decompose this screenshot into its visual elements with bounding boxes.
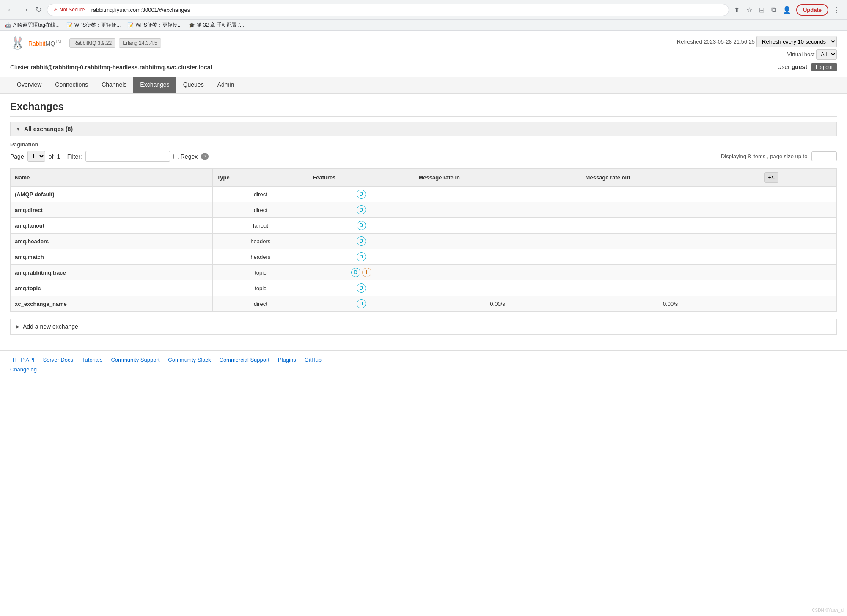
bookmark-1[interactable]: 🤖 AI绘画咒语tag在线...	[5, 22, 60, 29]
nav-exchanges[interactable]: Exchanges	[133, 77, 176, 94]
footer-changelog[interactable]: Changelog	[10, 366, 37, 373]
cell-type: headers	[213, 234, 308, 249]
nav-queues[interactable]: Queues	[176, 77, 211, 94]
table-row: amq.directdirectD	[11, 202, 837, 218]
split-view-button[interactable]: ⧉	[770, 4, 778, 15]
profile-button[interactable]: 👤	[781, 4, 793, 16]
cell-rate-in	[414, 249, 581, 265]
bookmark-2[interactable]: 📝 WPS便签：更轻便...	[66, 22, 121, 29]
cell-rate-out	[581, 234, 760, 249]
bookmark-4[interactable]: 🎓 第 32 章 手动配置 /...	[189, 22, 244, 29]
feature-badge-d: D	[351, 268, 360, 277]
exchange-name-link[interactable]: amq.match	[15, 254, 44, 260]
exchange-name-link[interactable]: amq.rabbitmq.trace	[15, 270, 66, 276]
feature-badge-d: D	[357, 221, 366, 230]
exchange-name-link[interactable]: amq.topic	[15, 285, 41, 292]
exchange-name-link[interactable]: amq.fanout	[15, 223, 44, 229]
page-label: Page	[10, 153, 24, 160]
footer-tutorials[interactable]: Tutorials	[82, 357, 102, 363]
footer-server-docs[interactable]: Server Docs	[43, 357, 74, 363]
table-row: amq.matchheadersD	[11, 249, 837, 265]
cell-features: DI	[308, 265, 414, 280]
logo-mq: MQ	[45, 40, 55, 47]
refresh-select[interactable]: Refresh every 5 secondsRefresh every 10 …	[756, 36, 837, 47]
table-row: amq.topictopicD	[11, 280, 837, 296]
nav-connections[interactable]: Connections	[48, 77, 95, 94]
cell-action	[760, 280, 836, 296]
cell-rate-in	[414, 265, 581, 280]
footer-community-slack[interactable]: Community Slack	[168, 357, 211, 363]
cell-features: D	[308, 234, 414, 249]
version-badges: RabbitMQ 3.9.22 Erlang 24.3.4.5	[69, 38, 161, 48]
logo-area: 🐰 RabbitMQTM	[10, 36, 61, 50]
exchange-name-link[interactable]: amq.headers	[15, 238, 49, 245]
table-header-row: Name Type Features Message rate in Messa…	[11, 169, 837, 187]
bookmark-3-icon: 📝	[127, 22, 134, 28]
reload-button[interactable]: ↻	[34, 3, 44, 16]
cell-rate-in: 0.00/s	[414, 296, 581, 312]
table-row: amq.fanoutfanoutD	[11, 218, 837, 234]
cell-rate-in	[414, 218, 581, 234]
rabbitmq-version-badge: RabbitMQ 3.9.22	[69, 38, 116, 48]
page-select[interactable]: 1	[28, 151, 45, 162]
nav-overview[interactable]: Overview	[10, 77, 48, 94]
filter-input[interactable]	[85, 151, 170, 162]
cell-action	[760, 234, 836, 249]
bookmark-3[interactable]: 📝 WPS便签：更轻便...	[127, 22, 182, 29]
exchange-name-link[interactable]: xc_exchange_name	[15, 301, 67, 307]
cell-rate-out	[581, 218, 760, 234]
cell-rate-out: 0.00/s	[581, 296, 760, 312]
share-button[interactable]: ⬆	[732, 4, 741, 16]
exchange-name-link[interactable]: amq.direct	[15, 207, 43, 213]
bookmark-button[interactable]: ☆	[745, 4, 754, 16]
cell-rate-out	[581, 187, 760, 202]
bookmarks-bar: 🤖 AI绘画咒语tag在线... 📝 WPS便签：更轻便... 📝 WPS便签：…	[0, 19, 847, 30]
virtual-host-select[interactable]: All	[816, 49, 837, 60]
regex-checkbox[interactable]	[173, 154, 179, 159]
cell-type: direct	[213, 202, 308, 218]
nav-admin[interactable]: Admin	[211, 77, 241, 94]
header-bottom: Cluster rabbit@rabbitmq-0.rabbitmq-headl…	[10, 63, 837, 72]
cell-rate-out	[581, 202, 760, 218]
cell-name: amq.fanout	[11, 218, 213, 234]
plus-minus-button[interactable]: +/-	[764, 172, 779, 183]
footer-http-api[interactable]: HTTP API	[10, 357, 35, 363]
displaying-text: Displaying 8 items , page size up to:	[721, 153, 809, 160]
add-exchange-section[interactable]: ▶ Add a new exchange	[10, 319, 837, 335]
exchange-name-link[interactable]: (AMQP default)	[15, 191, 55, 198]
refreshed-row: Refreshed 2023-05-28 21:56:25 Refresh ev…	[677, 36, 837, 47]
forward-button[interactable]: →	[19, 4, 30, 16]
page-title: Exchanges	[10, 101, 837, 117]
cell-features: D	[308, 280, 414, 296]
section-header-text: All exchanges (8)	[24, 126, 73, 132]
section-header[interactable]: ▼ All exchanges (8)	[10, 122, 837, 136]
regex-label[interactable]: Regex	[173, 153, 198, 160]
logout-button[interactable]: Log out	[811, 63, 837, 72]
cell-rate-out	[581, 280, 760, 296]
user-label: User	[777, 63, 790, 70]
col-type: Type	[213, 169, 308, 187]
update-button[interactable]: Update	[796, 4, 828, 16]
footer-commercial-support[interactable]: Commercial Support	[220, 357, 270, 363]
menu-button[interactable]: ⋮	[832, 4, 842, 16]
virtual-host-label: Virtual host	[787, 51, 815, 58]
pagination-controls: Page 1 of 1 - Filter: Regex ? Displaying…	[10, 151, 837, 162]
footer-community-support[interactable]: Community Support	[111, 357, 160, 363]
url-text: rabbitmq.liyuan.com:30001/#/exchanges	[91, 7, 723, 13]
page-size-input[interactable]: 100	[811, 151, 837, 161]
footer-github[interactable]: GitHub	[305, 357, 322, 363]
bookmark-1-label: AI绘画咒语tag在线...	[13, 22, 60, 29]
display-info: Displaying 8 items , page size up to: 10…	[721, 151, 837, 161]
cell-rate-out	[581, 249, 760, 265]
table-body: (AMQP default)directDamq.directdirectDam…	[11, 187, 837, 312]
help-button[interactable]: ?	[201, 153, 209, 160]
nav-channels[interactable]: Channels	[95, 77, 133, 94]
back-button[interactable]: ←	[5, 4, 16, 16]
tab-search-button[interactable]: ⊞	[757, 4, 766, 16]
table-row: xc_exchange_namedirectD0.00/s0.00/s	[11, 296, 837, 312]
footer-plugins[interactable]: Plugins	[278, 357, 296, 363]
cell-type: direct	[213, 296, 308, 312]
cell-action	[760, 265, 836, 280]
feature-badge-d: D	[357, 190, 366, 199]
of-value: 1	[57, 153, 60, 160]
